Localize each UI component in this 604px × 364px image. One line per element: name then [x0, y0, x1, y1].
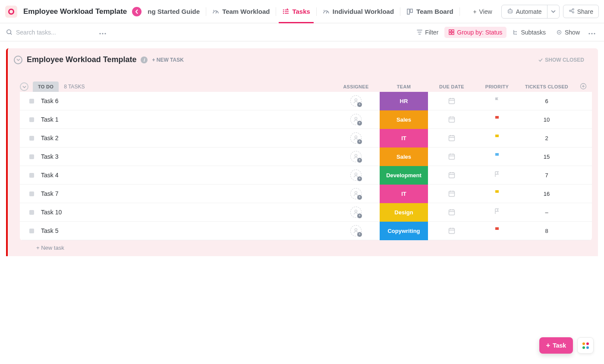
- show-button[interactable]: Show: [552, 27, 584, 38]
- team-cell[interactable]: HR: [380, 92, 428, 110]
- column-priority[interactable]: PRIORITY: [475, 84, 519, 89]
- toolbar-more-button[interactable]: [586, 27, 598, 38]
- priority-cell[interactable]: [475, 226, 519, 235]
- assignee-cell[interactable]: +: [332, 169, 380, 181]
- assign-user-button[interactable]: +: [350, 151, 362, 162]
- task-name[interactable]: Task 6: [41, 97, 332, 104]
- due-date-cell[interactable]: [428, 227, 475, 235]
- status-pill[interactable]: TO DO: [33, 82, 59, 92]
- column-assignee[interactable]: ASSIGNEE: [332, 84, 380, 89]
- assignee-cell[interactable]: +: [332, 132, 380, 144]
- tickets-closed-cell[interactable]: 6: [519, 98, 575, 104]
- task-row[interactable]: Task 4+Development7: [20, 166, 592, 185]
- team-cell[interactable]: Sales: [380, 110, 428, 129]
- status-square[interactable]: [29, 136, 34, 141]
- status-square[interactable]: [29, 99, 34, 104]
- due-date-cell[interactable]: [428, 97, 475, 105]
- new-task-row[interactable]: + New task: [20, 240, 592, 256]
- due-date-cell[interactable]: [428, 116, 475, 123]
- task-row[interactable]: Task 3+Sales15: [20, 147, 592, 166]
- team-cell[interactable]: Design: [380, 203, 428, 222]
- tickets-closed-cell[interactable]: 15: [519, 154, 575, 160]
- assignee-cell[interactable]: +: [332, 207, 380, 218]
- priority-cell[interactable]: [475, 134, 519, 142]
- tab-team-workload[interactable]: Team Workload: [206, 0, 276, 23]
- team-cell[interactable]: Copywriting: [380, 222, 428, 240]
- column-due-date[interactable]: DUE DATE: [428, 84, 475, 89]
- priority-cell[interactable]: [475, 97, 519, 105]
- tickets-closed-cell[interactable]: 8: [519, 228, 575, 234]
- tab-team-board[interactable]: Team Board: [400, 0, 459, 23]
- tickets-closed-cell[interactable]: 7: [519, 172, 575, 179]
- priority-cell[interactable]: [475, 189, 519, 198]
- task-row[interactable]: Task 5+Copywriting8: [20, 222, 592, 240]
- assignee-cell[interactable]: +: [332, 225, 380, 236]
- tickets-closed-cell[interactable]: 2: [519, 135, 575, 141]
- task-row[interactable]: Task 1+Sales10: [20, 110, 592, 129]
- priority-cell[interactable]: [475, 152, 519, 161]
- automate-dropdown-button[interactable]: [547, 5, 559, 18]
- column-team[interactable]: TEAM: [380, 84, 428, 89]
- tab-tasks[interactable]: Tasks: [276, 0, 316, 23]
- task-name[interactable]: Task 4: [41, 172, 332, 179]
- task-row[interactable]: Task 6+HR6: [20, 92, 592, 110]
- task-name[interactable]: Task 1: [41, 116, 332, 123]
- nav-prev-button[interactable]: [132, 7, 142, 16]
- task-name[interactable]: Task 5: [41, 227, 332, 234]
- status-square[interactable]: [29, 154, 34, 159]
- assign-user-button[interactable]: +: [350, 225, 362, 236]
- task-row[interactable]: Task 10+Design–: [20, 203, 592, 222]
- collapse-list-button[interactable]: [14, 56, 22, 64]
- collapse-group-button[interactable]: [20, 82, 28, 91]
- automate-button[interactable]: Automate: [502, 5, 547, 18]
- tickets-closed-cell[interactable]: 10: [519, 116, 575, 123]
- assignee-cell[interactable]: +: [332, 95, 380, 107]
- due-date-cell[interactable]: [428, 134, 475, 142]
- task-name[interactable]: Task 7: [41, 190, 332, 197]
- due-date-cell[interactable]: [428, 190, 475, 198]
- team-cell[interactable]: IT: [380, 185, 428, 203]
- assign-user-button[interactable]: +: [350, 132, 362, 144]
- task-row[interactable]: Task 2+IT2: [20, 129, 592, 147]
- assignee-cell[interactable]: +: [332, 114, 380, 125]
- task-name[interactable]: Task 3: [41, 153, 332, 160]
- status-square[interactable]: [29, 117, 34, 122]
- status-square[interactable]: [29, 191, 34, 196]
- column-tickets-closed[interactable]: TICKETS CLOSED: [519, 84, 575, 89]
- assign-user-button[interactable]: +: [350, 169, 362, 181]
- status-square[interactable]: [29, 210, 34, 215]
- tickets-closed-cell[interactable]: –: [519, 209, 575, 216]
- filter-button[interactable]: Filter: [412, 27, 443, 38]
- status-square[interactable]: [29, 173, 34, 178]
- tab-started-guide[interactable]: ng Started Guide: [146, 0, 206, 23]
- assignee-cell[interactable]: +: [332, 188, 380, 199]
- tab-individual-workload[interactable]: Individual Workload: [317, 0, 400, 23]
- priority-cell[interactable]: [475, 115, 519, 124]
- add-column-button[interactable]: [575, 83, 592, 91]
- status-square[interactable]: [29, 229, 34, 233]
- show-closed-button[interactable]: SHOW CLOSED: [538, 57, 584, 63]
- more-options-button[interactable]: [97, 27, 109, 38]
- assign-user-button[interactable]: +: [350, 188, 362, 199]
- due-date-cell[interactable]: [428, 153, 475, 160]
- share-button[interactable]: Share: [563, 5, 599, 18]
- task-row[interactable]: Task 7+IT16: [20, 185, 592, 203]
- search-field[interactable]: [6, 29, 92, 36]
- info-icon[interactable]: i: [141, 56, 148, 63]
- add-view-button[interactable]: + View: [467, 5, 497, 18]
- assign-user-button[interactable]: +: [350, 95, 362, 107]
- workspace-logo[interactable]: [5, 6, 17, 18]
- tickets-closed-cell[interactable]: 16: [519, 191, 575, 197]
- team-cell[interactable]: IT: [380, 129, 428, 147]
- due-date-cell[interactable]: [428, 208, 475, 216]
- team-cell[interactable]: Sales: [380, 147, 428, 166]
- team-cell[interactable]: Development: [380, 166, 428, 185]
- assign-user-button[interactable]: +: [350, 207, 362, 218]
- priority-cell[interactable]: [475, 208, 519, 217]
- new-task-link[interactable]: + NEW TASK: [152, 57, 183, 63]
- assign-user-button[interactable]: +: [350, 114, 362, 125]
- task-name[interactable]: Task 2: [41, 135, 332, 141]
- group-by-button[interactable]: Group by: Status: [444, 27, 506, 38]
- assignee-cell[interactable]: +: [332, 151, 380, 162]
- task-name[interactable]: Task 10: [41, 209, 332, 216]
